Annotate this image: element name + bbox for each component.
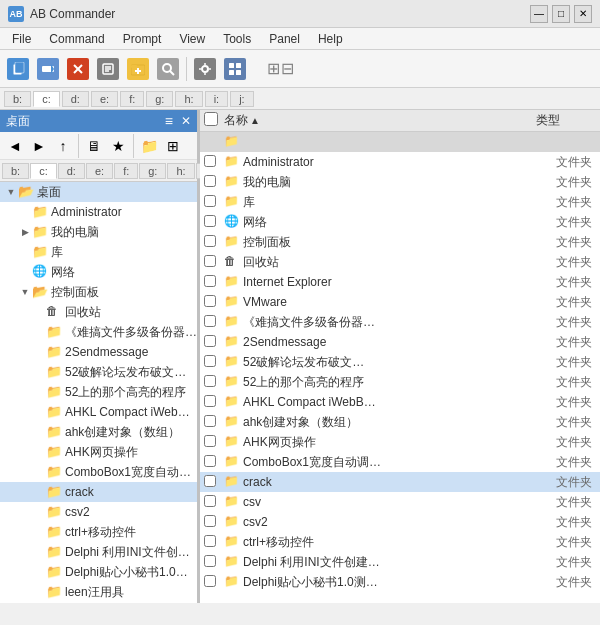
col-type-header[interactable]: 类型 [536,112,596,129]
tree-item-mypc[interactable]: ▶ 📁 我的电脑 [0,222,197,242]
expand-mypc[interactable]: ▶ [18,225,32,239]
command-menu[interactable]: Command [41,30,112,48]
left-drive-b[interactable]: b: [2,163,29,179]
tree-item-nangao[interactable]: 📁 《难搞文件多级备份器》Ver. [0,322,197,342]
check-crack[interactable] [204,475,216,487]
left-forward-btn[interactable]: ► [28,135,50,157]
check-2send[interactable] [204,335,216,347]
file-row-mypc[interactable]: 📁 我的电脑 文件夹 [200,172,600,192]
file-row-controlpanel[interactable]: 📁 控制面板 文件夹 [200,232,600,252]
tree-item-csv2[interactable]: 📁 csv2 [0,502,197,522]
file-row-csv2[interactable]: 📁 csv2 文件夹 [200,512,600,532]
tree-item-ahkl[interactable]: 📁 AHKL Compact iWebBrows [0,402,197,422]
check-ie[interactable] [204,275,216,287]
file-row-ahkarr[interactable]: 📁 ahk创建对象（数组） 文件夹 [200,412,600,432]
expand-lib[interactable] [18,245,32,259]
left-panel-menu-icon[interactable]: ≡ [165,113,173,129]
check-ctrlmove[interactable] [204,535,216,547]
file-row-ahkl[interactable]: 📁 AHKL Compact iWebB… 文件夹 [200,392,600,412]
check-csv2[interactable] [204,515,216,527]
tree-item-52those[interactable]: 📁 52上的那个高亮的程序 [0,382,197,402]
check-network[interactable] [204,215,216,227]
toolbar-settings-btn[interactable] [221,55,249,83]
maximize-btn[interactable]: □ [552,5,570,23]
view-menu[interactable]: View [171,30,213,48]
check-admin[interactable] [204,155,216,167]
expand-controlpanel[interactable]: ▼ [18,285,32,299]
drive-tab-f[interactable]: f: [120,91,144,107]
tree-item-crack[interactable]: 📁 crack [0,482,197,502]
file-row-recyclebin[interactable]: 🗑 回收站 文件夹 [200,252,600,272]
toolbar-move-btn[interactable] [34,55,62,83]
drive-tab-b[interactable]: b: [4,91,31,107]
tree-item-network[interactable]: 🌐 网络 [0,262,197,282]
left-drive-c[interactable]: c: [30,163,57,179]
left-back-btn[interactable]: ◄ [4,135,26,157]
tree-item-controlpanel[interactable]: ▼ 📂 控制面板 [0,282,197,302]
file-row-lib[interactable]: 📁 库 文件夹 [200,192,600,212]
check-ahkarr[interactable] [204,415,216,427]
check-52pojie[interactable] [204,355,216,367]
left-panel-close-icon[interactable]: ✕ [181,114,191,128]
select-all-checkbox[interactable] [204,112,218,126]
tree-item-combo[interactable]: 📁 ComboBox1宽度自动调节的 [0,462,197,482]
check-ahkl[interactable] [204,395,216,407]
left-drive-f[interactable]: f: [114,163,138,179]
check-nangao[interactable] [204,315,216,327]
tree-item-lib[interactable]: 📁 库 [0,242,197,262]
check-mypc[interactable] [204,175,216,187]
left-grid-btn[interactable]: ⊞ [162,135,184,157]
expand-desktop[interactable]: ▼ [4,185,18,199]
left-drive-g[interactable]: g: [139,163,166,179]
toolbar-newfolder-btn[interactable] [124,55,152,83]
left-folder-btn[interactable]: 📁 [138,135,160,157]
expand-administrator[interactable] [18,205,32,219]
file-row-52those[interactable]: 📁 52上的那个高亮的程序 文件夹 [200,372,600,392]
tree-item-52pojie[interactable]: 📁 52破解论坛发布破文专用生b [0,362,197,382]
drive-tab-i[interactable]: i: [205,91,229,107]
check-vmware[interactable] [204,295,216,307]
close-btn[interactable]: ✕ [574,5,592,23]
toolbar-gear-btn[interactable] [191,55,219,83]
tree-item-delphi-ini[interactable]: 📁 Delphi 利用INI文件创建窗口 [0,542,197,562]
check-ahkweb[interactable] [204,435,216,447]
prompt-menu[interactable]: Prompt [115,30,170,48]
help-menu[interactable]: Help [310,30,351,48]
drive-tab-d[interactable]: d: [62,91,89,107]
file-row-delphi-sec[interactable]: 📁 Delphi贴心小秘书1.0测… 文件夹 [200,572,600,592]
file-row-ctrlmove[interactable]: 📁 ctrl+移动控件 文件夹 [200,532,600,552]
left-star-btn[interactable]: ★ [107,135,129,157]
file-row-vmware[interactable]: 📁 VMware 文件夹 [200,292,600,312]
tree-item-delphi-sec[interactable]: 📁 Delphi贴心小秘书1.0测试版 [0,562,197,582]
file-row-ahkweb[interactable]: 📁 AHK网页操作 文件夹 [200,432,600,452]
drive-tab-c[interactable]: c: [33,91,60,107]
left-up-btn[interactable]: ↑ [52,135,74,157]
toolbar-delete-btn[interactable] [64,55,92,83]
file-row-delphi-ini[interactable]: 📁 Delphi 利用INI文件创建… 文件夹 [200,552,600,572]
expand-recyclebin[interactable] [32,305,46,319]
drive-tab-e[interactable]: e: [91,91,118,107]
tree-item-ctrlmove[interactable]: 📁 ctrl+移动控件 [0,522,197,542]
tree-item-administrator[interactable]: 📁 Administrator [0,202,197,222]
file-row-admin[interactable]: 📁 Administrator 文件夹 [200,152,600,172]
left-view-btn[interactable]: 🖥 [83,135,105,157]
file-row-csv[interactable]: 📁 csv 文件夹 [200,492,600,512]
drive-tab-j[interactable]: j: [230,91,254,107]
tree-item-leen[interactable]: 📁 leen汪用具 [0,582,197,602]
left-drive-h[interactable]: h: [167,163,194,179]
drive-tab-h[interactable]: h: [175,91,202,107]
left-drive-e[interactable]: e: [86,163,113,179]
tools-menu[interactable]: Tools [215,30,259,48]
tree-item-2send[interactable]: 📁 2Sendmessage [0,342,197,362]
tree-item-ahkweb[interactable]: 📁 AHK网页操作 [0,442,197,462]
file-menu[interactable]: File [4,30,39,48]
tree-item-ahkarr[interactable]: 📁 ahk创建对象（数组） [0,422,197,442]
file-list-body[interactable]: 📁 📁 Administrator 文件夹 📁 我的电脑 文件夹 📁 库 [200,132,600,603]
toolbar-find-btn[interactable] [154,55,182,83]
tree-item-desktop[interactable]: ▼ 📂 桌面 [0,182,197,202]
check-recyclebin[interactable] [204,255,216,267]
check-csv[interactable] [204,495,216,507]
toolbar-rename-btn[interactable] [94,55,122,83]
col-name-header[interactable]: 名称 ▲ [224,112,536,129]
file-row-2send[interactable]: 📁 2Sendmessage 文件夹 [200,332,600,352]
